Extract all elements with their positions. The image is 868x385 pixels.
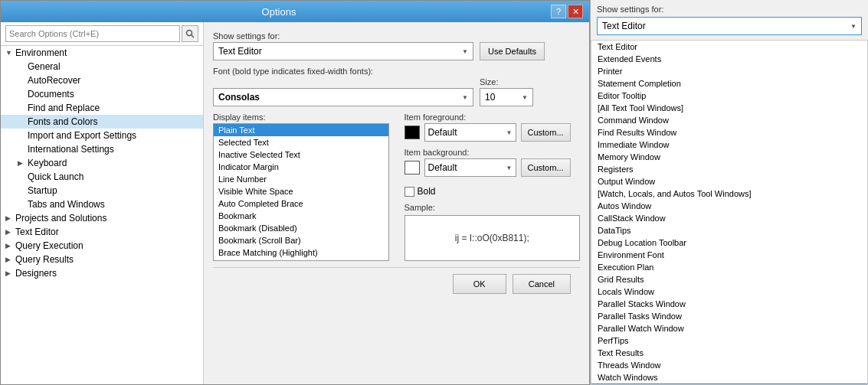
list-item[interactable]: Auto Completed Brace [214,197,388,210]
close-button[interactable]: ✕ [568,5,583,18]
sidebar-dropdown[interactable]: Text Editor ▼ [597,17,862,35]
list-item[interactable]: Selected Text [214,136,388,148]
sidebar-list-item[interactable]: Editor Tooltip [591,90,867,102]
tree-label: Find and Replace [28,103,100,113]
list-item[interactable]: Brace Matching (Highlight) [214,246,388,259]
sample-code: ij = I::oO(0xB811); [455,233,529,243]
bg-custom-button[interactable]: Custom... [521,158,571,177]
sidebar-list-item[interactable]: Debug Location Toolbar [591,237,867,249]
font-section: Font (bold type indicates fixed-width fo… [213,67,580,106]
sidebar-list-item[interactable]: Environment Font [591,249,867,261]
fg-dropdown-arrow-icon: ▼ [506,129,513,136]
tree-container: ▼ Environment General AutoRecover Docume… [1,46,203,384]
cancel-button[interactable]: Cancel [513,274,571,294]
list-item[interactable]: Inactive Selected Text [214,148,388,161]
sidebar-list-item[interactable]: Parallel Stacks Window [591,298,867,310]
sidebar-list-item[interactable]: DataTips [591,224,867,237]
tree-item-text-editor[interactable]: ▶ Text Editor [1,225,203,239]
sidebar-list-item[interactable]: [Watch, Locals, and Autos Tool Windows] [591,188,867,200]
tree-item-environment[interactable]: ▼ Environment [1,46,203,60]
tree-item-query-results[interactable]: ▶ Query Results [1,253,203,266]
sidebar-list-item[interactable]: Parallel Watch Window [591,322,867,334]
sidebar-list-item[interactable]: Registers [591,163,867,175]
list-item[interactable]: Bookmark [214,210,388,222]
sidebar-list-item[interactable]: Autos Window [591,200,867,212]
list-item[interactable]: Plain Text [214,124,388,136]
svg-line-1 [192,35,194,38]
settings-for-row: Text Editor ▼ Use Defaults [213,42,580,60]
tree-item-quick-launch[interactable]: Quick Launch [1,170,203,184]
sidebar-list-item[interactable]: Immediate Window [591,139,867,151]
sidebar-list-item[interactable]: Parallel Tasks Window [591,310,867,322]
fg-custom-button[interactable]: Custom... [521,123,571,142]
sidebar-list-item[interactable]: Text Results [591,347,867,359]
bg-value: Default [428,162,457,173]
tree-item-designers[interactable]: ▶ Designers [1,266,203,280]
right-panel: Show settings for: Text Editor ▼ Use Def… [204,22,589,384]
tree-item-import-export[interactable]: Import and Export Settings [1,129,203,142]
list-item[interactable]: Visible White Space [214,185,388,197]
search-icon [185,29,195,38]
font-dropdown-arrow-icon: ▼ [462,94,468,101]
fg-dropdown[interactable]: Default ▼ [424,123,516,142]
fg-row: Default ▼ Custom... [405,123,581,142]
sidebar-dropdown-row: Text Editor ▼ [591,17,868,40]
font-dropdown[interactable]: Consolas ▼ [213,88,473,106]
tree-item-fonts-colors[interactable]: Fonts and Colors [1,115,203,129]
tree-item-international[interactable]: International Settings [1,142,203,156]
help-button[interactable]: ? [551,5,566,18]
sidebar-list-item[interactable]: Memory Window [591,151,867,163]
sidebar-list-item[interactable]: Text Editor [591,41,867,53]
dialog-footer: OK Cancel [213,267,580,300]
tree-label: Text Editor [15,227,59,237]
use-defaults-button[interactable]: Use Defaults [480,42,545,60]
bold-checkbox[interactable] [405,187,414,197]
size-dropdown[interactable]: 10 ▼ [480,88,533,106]
sidebar-list: Text Editor Extended Events Printer Stat… [591,40,868,385]
sidebar-list-item[interactable]: Printer [591,65,867,77]
list-item[interactable]: Bookmark (Scroll Bar) [214,234,388,246]
tree-item-query-execution[interactable]: ▶ Query Execution [1,239,203,253]
bg-section: Item background: Default ▼ Custom... [405,148,581,177]
list-item[interactable]: Indicator Margin [214,161,388,173]
sidebar-list-item[interactable]: Extended Events [591,53,867,65]
tree-label: Startup [28,185,57,196]
tree-item-projects-solutions[interactable]: ▶ Projects and Solutions [1,211,203,225]
left-panel: ▼ Environment General AutoRecover Docume… [1,22,204,384]
sidebar-list-item[interactable]: CallStack Window [591,212,867,224]
tree-item-keyboard[interactable]: ▶ Keyboard [1,156,203,170]
tree-item-tabs-windows[interactable]: Tabs and Windows [1,197,203,211]
settings-for-dropdown[interactable]: Text Editor ▼ [213,42,473,60]
tree-item-general[interactable]: General [1,60,203,73]
display-list[interactable]: Plain Text Selected Text Inactive Select… [213,123,389,261]
sidebar-list-item[interactable]: Watch Windows [591,371,867,383]
sidebar-list-item[interactable]: [All Text Tool Windows] [591,102,867,114]
sidebar-list-item[interactable]: Execution Plan [591,261,867,273]
fg-section: Item foreground: Default ▼ Custom... [405,113,581,142]
sidebar-list-item[interactable]: Output Window [591,175,867,188]
sidebar-list-item[interactable]: PerfTips [591,334,867,347]
sidebar-list-item[interactable]: Command Window [591,114,867,126]
tree-label: Designers [15,268,57,279]
sidebar-list-item[interactable]: Statement Completion [591,77,867,90]
bg-dropdown[interactable]: Default ▼ [424,158,516,177]
sidebar-list-item[interactable]: Locals Window [591,285,867,298]
tree-item-documents[interactable]: Documents [1,87,203,101]
sidebar-list-item[interactable]: Grid Results [591,273,867,285]
search-icon-button[interactable] [182,25,198,42]
list-item[interactable]: Line Number [214,173,388,185]
sidebar-list-item[interactable]: Find Results Window [591,126,867,139]
sidebar-list-item[interactable]: Threads Window [591,359,867,371]
ok-button[interactable]: OK [453,274,506,294]
font-row: Consolas ▼ Size: 10 ▼ [213,77,580,106]
list-item[interactable]: Brace Matching (Rectangle) [214,259,388,261]
list-item[interactable]: Bookmark (Disabled) [214,222,388,234]
sidebar-header: Show settings for: [591,0,868,17]
tree-label: Keyboard [28,158,67,168]
search-input[interactable] [5,25,180,42]
tree-item-autorecover[interactable]: AutoRecover [1,73,203,87]
tree-item-startup[interactable]: Startup [1,184,203,197]
title-buttons: ? ✕ [551,5,583,18]
tree-item-find-replace[interactable]: Find and Replace [1,101,203,115]
bold-row: Bold [405,186,581,197]
